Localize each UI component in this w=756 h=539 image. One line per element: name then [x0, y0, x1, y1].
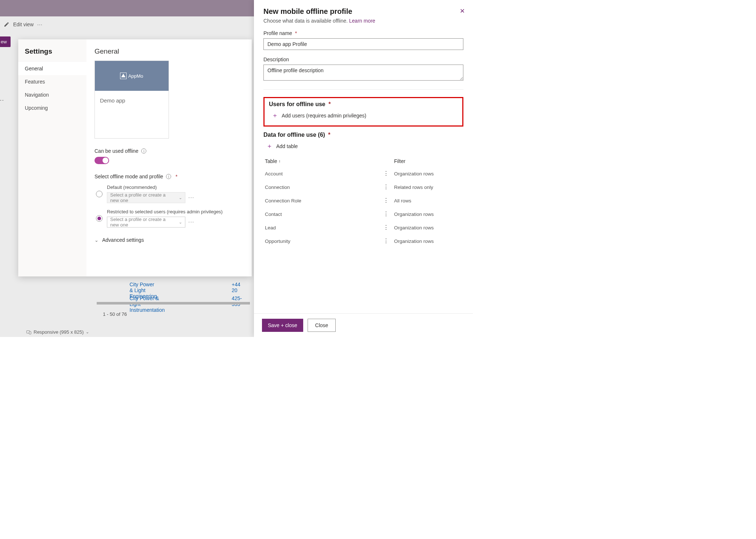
- settings-nav-general[interactable]: General: [18, 62, 86, 75]
- table-row: Lead Organization rows: [263, 221, 463, 234]
- more-icon[interactable]: ···: [37, 22, 43, 27]
- plus-icon: ＋: [272, 111, 278, 120]
- edit-view-label[interactable]: Edit view: [13, 22, 34, 27]
- svg-rect-1: [29, 331, 31, 334]
- divider: [263, 89, 463, 90]
- panel-footer: Save + close Close: [254, 313, 473, 337]
- settings-modal: Settings General Features Navigation Upc…: [18, 39, 252, 276]
- offline-tables-list: Table ↑ Filter Account Organization rows…: [263, 155, 463, 248]
- close-icon[interactable]: ✕: [460, 7, 465, 15]
- settings-title: Settings: [18, 47, 86, 62]
- pencil-icon: [4, 22, 9, 27]
- radio-restricted-label: Restricted to selected users (requires a…: [107, 209, 244, 214]
- row-more-icon[interactable]: [378, 171, 394, 177]
- row-more-icon[interactable]: [378, 225, 394, 230]
- more-icon[interactable]: ···: [188, 194, 194, 201]
- add-table-label: Add table: [276, 143, 298, 149]
- chevron-down-icon: ⌄: [179, 195, 182, 200]
- device-icon: [26, 330, 31, 335]
- row-more-icon[interactable]: [378, 239, 394, 244]
- close-button[interactable]: Close: [308, 319, 336, 332]
- radio-restricted[interactable]: [96, 215, 103, 222]
- description-input[interactable]: Offline profile description: [263, 65, 463, 81]
- responsive-label: Responsive (995 x 825): [34, 329, 84, 335]
- more-icon[interactable]: ···: [188, 219, 194, 225]
- description-label: Description: [263, 57, 463, 62]
- profile-select-restricted[interactable]: Select a profile or create a new one ⌄: [107, 217, 185, 228]
- profile-name-label: Profile name *: [263, 30, 463, 36]
- table-row: Connection Role All rows: [263, 194, 463, 208]
- grid-record-count: 1 - 50 of 76: [103, 311, 127, 317]
- col-filter-header[interactable]: Filter: [394, 158, 462, 164]
- offline-profile-panel: ✕ New mobile offline profile Choose what…: [254, 0, 473, 337]
- radio-default[interactable]: [96, 191, 103, 197]
- settings-nav-navigation[interactable]: Navigation: [18, 88, 86, 101]
- chevron-down-icon: ⌄: [86, 330, 89, 334]
- col-table-header[interactable]: Table ↑: [265, 158, 378, 164]
- settings-sidebar: Settings General Features Navigation Upc…: [18, 39, 86, 276]
- general-heading: General: [94, 47, 244, 55]
- chevron-down-icon: ⌄: [94, 237, 99, 243]
- profile-select-default: Select a profile or create a new one ⌄: [107, 192, 185, 203]
- data-heading: Data for offline use (6) *: [263, 132, 463, 138]
- grid-scrollbar[interactable]: [97, 302, 250, 305]
- app-tile-name: Demo app: [95, 91, 169, 110]
- app-tile-header: AppMo: [95, 61, 169, 91]
- sort-arrow-icon: ↑: [278, 159, 281, 163]
- app-tile-placeholder-text: AppMo: [128, 73, 143, 79]
- table-row: Contact Organization rows: [263, 208, 463, 221]
- row-more-icon[interactable]: [378, 185, 394, 190]
- responsive-indicator[interactable]: Responsive (995 x 825) ⌄: [26, 329, 89, 335]
- overflow-icon[interactable]: ···: [0, 97, 4, 104]
- offline-toggle[interactable]: [94, 157, 109, 164]
- panel-subtitle: Choose what data is available offline. L…: [263, 18, 463, 24]
- broken-image-icon: [120, 73, 127, 79]
- advanced-settings-label: Advanced settings: [102, 237, 144, 243]
- profile-name-input[interactable]: [263, 38, 463, 50]
- new-button-fragment[interactable]: ew: [0, 36, 11, 47]
- grid-row-phone[interactable]: 425-555: [232, 295, 242, 307]
- table-row: Opportunity Organization rows: [263, 234, 463, 248]
- table-row: Connection Related rows only: [263, 181, 463, 194]
- panel-title: New mobile offline profile: [263, 7, 463, 16]
- save-button[interactable]: Save + close: [262, 319, 303, 332]
- settings-nav-features[interactable]: Features: [18, 75, 86, 88]
- app-tile[interactable]: AppMo Demo app: [94, 61, 169, 139]
- info-icon[interactable]: i: [166, 174, 171, 179]
- grid-row-phone[interactable]: +44 20: [232, 282, 240, 293]
- info-icon[interactable]: i: [141, 148, 146, 154]
- add-users-label: Add users (requires admin privileges): [282, 113, 366, 119]
- learn-more-link[interactable]: Learn more: [349, 18, 375, 24]
- radio-default-label: Default (recommended): [107, 185, 244, 190]
- add-users-button[interactable]: ＋ Add users (requires admin privileges): [269, 108, 458, 122]
- table-row: Account Organization rows: [263, 167, 463, 181]
- row-more-icon[interactable]: [378, 198, 394, 203]
- advanced-settings-toggle[interactable]: ⌄ Advanced settings: [94, 237, 244, 243]
- row-more-icon[interactable]: [378, 212, 394, 217]
- required-indicator: *: [176, 174, 177, 179]
- add-table-button[interactable]: ＋ Add table: [263, 138, 463, 152]
- users-heading: Users for offline use *: [269, 101, 458, 108]
- settings-main: General AppMo Demo app Can be used offli…: [86, 39, 252, 276]
- plus-icon: ＋: [266, 142, 273, 150]
- chevron-down-icon: ⌄: [179, 220, 182, 225]
- select-mode-label: Select offline mode and profile i *: [94, 174, 244, 179]
- settings-nav-upcoming[interactable]: Upcoming: [18, 101, 86, 115]
- offline-toggle-label: Can be used offline i: [94, 148, 244, 154]
- table-header-row: Table ↑ Filter: [263, 155, 463, 167]
- users-highlight-box: Users for offline use * ＋ Add users (req…: [263, 97, 463, 127]
